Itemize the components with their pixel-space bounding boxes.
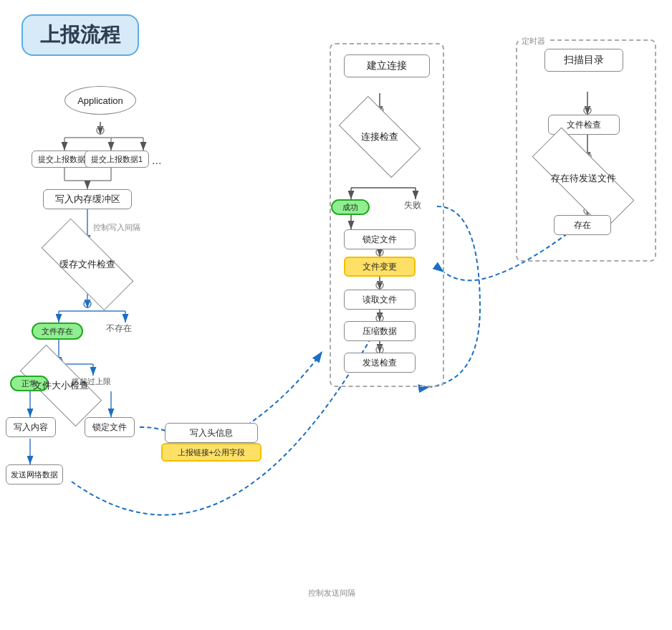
submit-more-node: ... (152, 154, 161, 167)
title-box: 上报流程 (21, 14, 139, 56)
write-buffer-node: 写入内存缓冲区 (43, 189, 132, 209)
read-file-node: 读取文件 (344, 290, 416, 310)
compress-data-node: 压缩数据 (344, 321, 416, 341)
scan-dir-node: 扫描目录 (544, 49, 623, 72)
diagram-container: 上报流程 Application 提交上报数据1 提交上报数据1 ... 写入内… (0, 0, 672, 630)
write-interval-label: 控制写入间隔 (93, 222, 140, 233)
write-header-sub-node: 上报链接+公用字段 (161, 443, 261, 462)
check-conn-node: 连接检查 (342, 116, 417, 158)
send-check-node: 发送检查 (344, 353, 416, 373)
fail-node: 失败 (404, 199, 421, 211)
exists-node: 存在 (554, 215, 611, 235)
check-size-node: 文件大小检查 (21, 367, 100, 404)
check-buffer-node: 缓存文件检查 (43, 244, 132, 285)
send-net-data-node: 发送网络数据 (6, 464, 63, 485)
success-node: 成功 (331, 199, 370, 215)
send-interval-label: 控制发送间隔 (308, 588, 355, 598)
submit2-node: 提交上报数据1 (85, 151, 149, 168)
write-content-node: 写入内容 (6, 417, 56, 437)
build-conn-node: 建立连接 (344, 54, 430, 77)
timer-label: 定时器 (519, 36, 548, 47)
application-node: Application (64, 86, 136, 115)
title-text: 上报流程 (40, 24, 120, 46)
pending-file-node: 存在待发送文件 (532, 158, 635, 199)
svg-point-4 (97, 127, 104, 134)
not-exist-node: 不存在 (106, 323, 132, 335)
write-header-node: 写入头信息 (165, 423, 258, 443)
lock-file2-node: 锁定文件 (85, 417, 135, 437)
svg-point-15 (84, 300, 91, 307)
lock-file1-node: 锁定文件 (344, 229, 416, 249)
application-label: Application (77, 95, 123, 106)
file-changed-node: 文件变更 (344, 257, 416, 277)
file-exist-node: 文件存在 (32, 323, 83, 340)
